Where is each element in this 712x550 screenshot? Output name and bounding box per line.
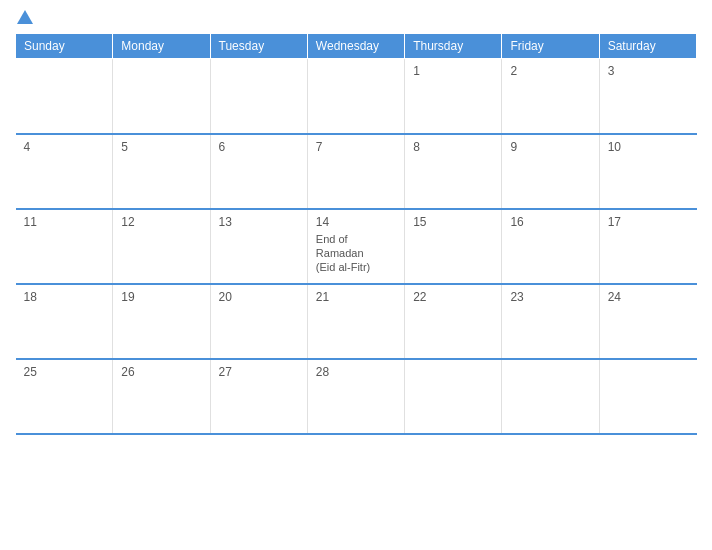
calendar-cell: 14End of Ramadan (Eid al-Fitr) bbox=[307, 209, 404, 284]
calendar-cell: 5 bbox=[113, 134, 210, 209]
calendar-week-row: 11121314End of Ramadan (Eid al-Fitr)1516… bbox=[16, 209, 697, 284]
calendar-cell bbox=[405, 359, 502, 434]
day-number: 25 bbox=[24, 365, 105, 379]
day-number: 7 bbox=[316, 140, 396, 154]
calendar-cell bbox=[210, 59, 307, 134]
day-of-week-header: Wednesday bbox=[307, 34, 404, 59]
day-number: 17 bbox=[608, 215, 689, 229]
calendar-table: SundayMondayTuesdayWednesdayThursdayFrid… bbox=[15, 33, 697, 435]
day-number: 13 bbox=[219, 215, 299, 229]
calendar-cell: 6 bbox=[210, 134, 307, 209]
day-number: 8 bbox=[413, 140, 493, 154]
day-number: 3 bbox=[608, 64, 689, 78]
calendar-page: SundayMondayTuesdayWednesdayThursdayFrid… bbox=[0, 0, 712, 550]
calendar-cell: 4 bbox=[16, 134, 113, 209]
calendar-cell bbox=[16, 59, 113, 134]
day-number: 27 bbox=[219, 365, 299, 379]
day-number: 6 bbox=[219, 140, 299, 154]
day-of-week-header: Monday bbox=[113, 34, 210, 59]
calendar-cell: 1 bbox=[405, 59, 502, 134]
calendar-cell bbox=[113, 59, 210, 134]
calendar-cell: 24 bbox=[599, 284, 696, 359]
calendar-cell: 26 bbox=[113, 359, 210, 434]
day-of-week-header: Thursday bbox=[405, 34, 502, 59]
calendar-cell: 12 bbox=[113, 209, 210, 284]
day-number: 11 bbox=[24, 215, 105, 229]
day-number: 15 bbox=[413, 215, 493, 229]
day-of-week-header: Saturday bbox=[599, 34, 696, 59]
day-of-week-header: Tuesday bbox=[210, 34, 307, 59]
day-number: 12 bbox=[121, 215, 201, 229]
day-number: 22 bbox=[413, 290, 493, 304]
calendar-cell: 16 bbox=[502, 209, 599, 284]
calendar-cell: 27 bbox=[210, 359, 307, 434]
header bbox=[15, 10, 697, 25]
day-number: 21 bbox=[316, 290, 396, 304]
day-number: 5 bbox=[121, 140, 201, 154]
calendar-cell: 23 bbox=[502, 284, 599, 359]
calendar-cell: 21 bbox=[307, 284, 404, 359]
day-number: 24 bbox=[608, 290, 689, 304]
calendar-cell: 22 bbox=[405, 284, 502, 359]
day-number: 4 bbox=[24, 140, 105, 154]
calendar-cell: 20 bbox=[210, 284, 307, 359]
logo-triangle-icon bbox=[17, 10, 33, 24]
calendar-cell: 28 bbox=[307, 359, 404, 434]
day-number: 23 bbox=[510, 290, 590, 304]
calendar-cell: 10 bbox=[599, 134, 696, 209]
calendar-body: 1234567891011121314End of Ramadan (Eid a… bbox=[16, 59, 697, 434]
calendar-cell bbox=[599, 359, 696, 434]
day-number: 28 bbox=[316, 365, 396, 379]
day-number: 9 bbox=[510, 140, 590, 154]
calendar-cell: 19 bbox=[113, 284, 210, 359]
calendar-week-row: 123 bbox=[16, 59, 697, 134]
day-number: 26 bbox=[121, 365, 201, 379]
calendar-cell: 8 bbox=[405, 134, 502, 209]
calendar-cell: 13 bbox=[210, 209, 307, 284]
day-number: 19 bbox=[121, 290, 201, 304]
day-number: 18 bbox=[24, 290, 105, 304]
calendar-cell bbox=[502, 359, 599, 434]
calendar-header: SundayMondayTuesdayWednesdayThursdayFrid… bbox=[16, 34, 697, 59]
calendar-cell: 18 bbox=[16, 284, 113, 359]
days-of-week-row: SundayMondayTuesdayWednesdayThursdayFrid… bbox=[16, 34, 697, 59]
calendar-cell: 25 bbox=[16, 359, 113, 434]
calendar-cell: 7 bbox=[307, 134, 404, 209]
calendar-cell: 3 bbox=[599, 59, 696, 134]
day-number: 20 bbox=[219, 290, 299, 304]
calendar-cell: 15 bbox=[405, 209, 502, 284]
calendar-week-row: 25262728 bbox=[16, 359, 697, 434]
day-of-week-header: Friday bbox=[502, 34, 599, 59]
calendar-cell: 2 bbox=[502, 59, 599, 134]
holiday-label: End of Ramadan (Eid al-Fitr) bbox=[316, 232, 396, 275]
day-number: 10 bbox=[608, 140, 689, 154]
day-number: 1 bbox=[413, 64, 493, 78]
calendar-cell bbox=[307, 59, 404, 134]
calendar-week-row: 18192021222324 bbox=[16, 284, 697, 359]
calendar-cell: 9 bbox=[502, 134, 599, 209]
day-number: 14 bbox=[316, 215, 396, 229]
logo bbox=[15, 10, 33, 25]
calendar-cell: 11 bbox=[16, 209, 113, 284]
day-number: 16 bbox=[510, 215, 590, 229]
day-of-week-header: Sunday bbox=[16, 34, 113, 59]
day-number: 2 bbox=[510, 64, 590, 78]
calendar-cell: 17 bbox=[599, 209, 696, 284]
calendar-week-row: 45678910 bbox=[16, 134, 697, 209]
